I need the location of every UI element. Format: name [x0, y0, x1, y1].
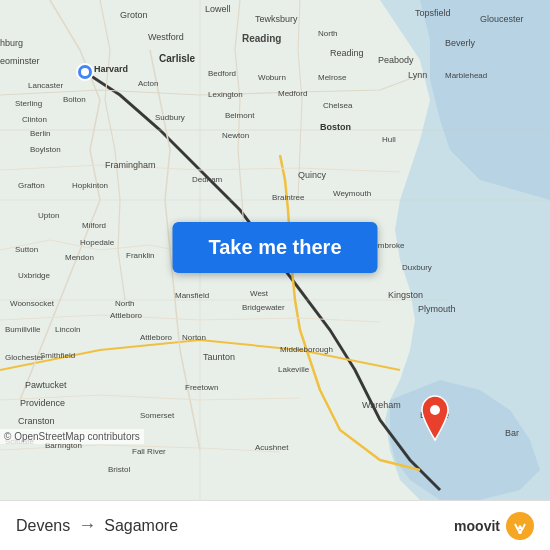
svg-text:Lakeville: Lakeville [278, 365, 310, 374]
svg-text:Boston: Boston [320, 122, 351, 132]
svg-text:North: North [318, 29, 338, 38]
svg-text:Bar: Bar [505, 428, 519, 438]
svg-text:Sutton: Sutton [15, 245, 38, 254]
svg-text:Franklin: Franklin [126, 251, 154, 260]
svg-text:Bristol: Bristol [108, 465, 130, 474]
svg-text:Attleboro: Attleboro [140, 333, 173, 342]
svg-text:Acushnet: Acushnet [255, 443, 289, 452]
bottom-bar: Devens → Sagamore moovit [0, 500, 550, 550]
map-container: Groton Lowell Tewksbury Topsfield Glouce… [0, 0, 550, 500]
svg-point-85 [81, 68, 89, 76]
svg-text:Fall River: Fall River [132, 447, 166, 456]
map-credit: © OpenStreetMap contributors [0, 429, 144, 444]
svg-text:Norton: Norton [182, 333, 206, 342]
svg-text:Weymouth: Weymouth [333, 189, 371, 198]
svg-text:Peabody: Peabody [378, 55, 414, 65]
svg-text:Freetown: Freetown [185, 383, 218, 392]
svg-text:Uxbridge: Uxbridge [18, 271, 51, 280]
svg-text:eominster: eominster [0, 56, 40, 66]
svg-text:Tewksbury: Tewksbury [255, 14, 298, 24]
take-me-there-button[interactable]: Take me there [172, 222, 377, 273]
moovit-icon [506, 512, 534, 540]
svg-text:Upton: Upton [38, 211, 59, 220]
svg-text:Westford: Westford [148, 32, 184, 42]
svg-text:Belmont: Belmont [225, 111, 255, 120]
svg-text:Somerset: Somerset [140, 411, 175, 420]
svg-text:Attleboro: Attleboro [110, 311, 143, 320]
svg-text:Woonsocket: Woonsocket [10, 299, 55, 308]
svg-text:Mendon: Mendon [65, 253, 94, 262]
svg-text:Plymouth: Plymouth [418, 304, 456, 314]
svg-text:Berlin: Berlin [30, 129, 50, 138]
svg-text:Woburn: Woburn [258, 73, 286, 82]
svg-text:Lynn: Lynn [408, 70, 427, 80]
svg-text:Beverly: Beverly [445, 38, 476, 48]
svg-text:Smithfield: Smithfield [40, 351, 75, 360]
svg-text:Framingham: Framingham [105, 160, 156, 170]
svg-text:Clinton: Clinton [22, 115, 47, 124]
destination-label: Sagamore [104, 517, 178, 535]
moovit-logo: moovit [454, 512, 534, 540]
svg-text:Sudbury: Sudbury [155, 113, 185, 122]
svg-text:Pawtucket: Pawtucket [25, 380, 67, 390]
svg-text:hburg: hburg [0, 38, 23, 48]
svg-text:Topsfield: Topsfield [415, 8, 451, 18]
svg-text:Bolton: Bolton [63, 95, 86, 104]
svg-text:Hopedale: Hopedale [80, 238, 115, 247]
svg-text:Acton: Acton [138, 79, 158, 88]
svg-text:Braintree: Braintree [272, 193, 305, 202]
svg-text:Glochester: Glochester [5, 353, 44, 362]
svg-text:Lincoln: Lincoln [55, 325, 80, 334]
svg-text:Melrose: Melrose [318, 73, 347, 82]
svg-text:Chelsea: Chelsea [323, 101, 353, 110]
svg-text:Kingston: Kingston [388, 290, 423, 300]
svg-text:Middleborough: Middleborough [280, 345, 333, 354]
svg-text:Sterling: Sterling [15, 99, 42, 108]
svg-text:Boylston: Boylston [30, 145, 61, 154]
origin-label: Devens [16, 517, 70, 535]
svg-text:Dedham: Dedham [192, 175, 223, 184]
svg-text:Cranston: Cranston [18, 416, 55, 426]
svg-text:Newton: Newton [222, 131, 249, 140]
svg-text:Grafton: Grafton [18, 181, 45, 190]
svg-text:Medford: Medford [278, 89, 307, 98]
svg-text:Marblehead: Marblehead [445, 71, 487, 80]
svg-text:Lexington: Lexington [208, 90, 243, 99]
svg-text:Gloucester: Gloucester [480, 14, 524, 24]
svg-text:Duxbury: Duxbury [402, 263, 432, 272]
svg-text:Lowell: Lowell [205, 4, 231, 14]
svg-text:Reading: Reading [242, 33, 281, 44]
svg-text:Hopkinton: Hopkinton [72, 181, 108, 190]
route-info: Devens → Sagamore [16, 515, 178, 536]
svg-text:Hull: Hull [382, 135, 396, 144]
svg-point-88 [518, 530, 522, 534]
arrow-icon: → [78, 515, 96, 536]
moovit-text: moovit [454, 518, 500, 534]
svg-text:Bedford: Bedford [208, 69, 236, 78]
svg-text:Bridgewater: Bridgewater [242, 303, 285, 312]
svg-text:Harvard: Harvard [94, 64, 128, 74]
svg-text:Taunton: Taunton [203, 352, 235, 362]
svg-text:Milford: Milford [82, 221, 106, 230]
svg-text:Carlisle: Carlisle [159, 53, 196, 64]
svg-text:Quincy: Quincy [298, 170, 327, 180]
svg-text:Reading: Reading [330, 48, 364, 58]
svg-text:Wareham: Wareham [362, 400, 401, 410]
svg-text:Providence: Providence [20, 398, 65, 408]
svg-text:West: West [250, 289, 269, 298]
svg-text:Mansfield: Mansfield [175, 291, 209, 300]
svg-text:North: North [115, 299, 135, 308]
svg-text:Lancaster: Lancaster [28, 81, 63, 90]
svg-point-86 [430, 405, 440, 415]
svg-text:Groton: Groton [120, 10, 148, 20]
svg-text:Bumillville: Bumillville [5, 325, 41, 334]
